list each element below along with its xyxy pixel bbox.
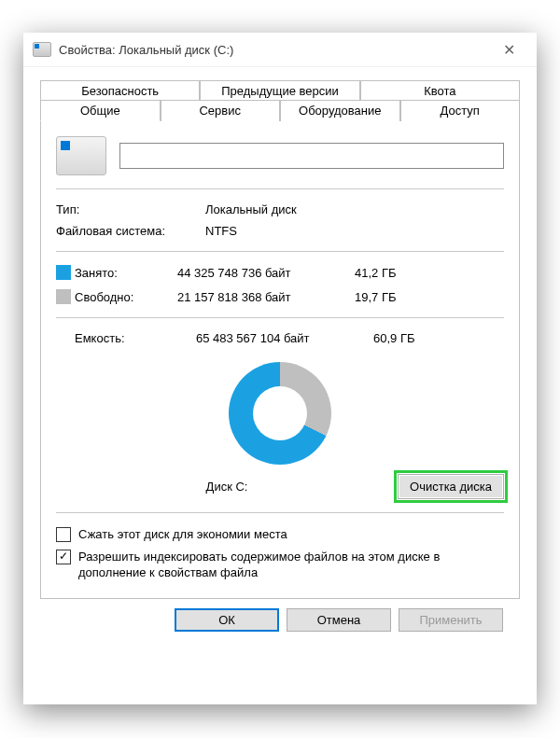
tab-security[interactable]: Безопасность <box>40 80 200 101</box>
usage-pie-chart <box>229 362 331 465</box>
tab-strip: Безопасность Предыдущие версии Квота Общ… <box>40 80 520 599</box>
fs-value: NTFS <box>205 224 504 238</box>
used-gb: 41,2 ГБ <box>355 266 429 280</box>
window-title: Свойства: Локальный диск (C:) <box>59 43 490 57</box>
tab-sharing[interactable]: Доступ <box>400 100 521 121</box>
free-gb: 19,7 ГБ <box>355 290 429 304</box>
apply-button[interactable]: Применить <box>399 608 503 632</box>
index-checkbox[interactable]: ✓ <box>56 550 71 564</box>
compress-label: Сжать этот диск для экономии места <box>78 526 287 543</box>
close-icon[interactable]: ✕ <box>490 41 527 59</box>
dialog-window: Свойства: Локальный диск (C:) ✕ Безопасн… <box>23 33 537 704</box>
ok-button[interactable]: ОК <box>175 608 279 632</box>
used-label: Занято: <box>75 266 177 280</box>
tab-quota[interactable]: Квота <box>360 80 520 101</box>
compress-checkbox[interactable] <box>56 527 71 542</box>
disk-cleanup-button[interactable]: Очистка диска <box>398 474 504 499</box>
disk-label: Диск C: <box>56 480 398 494</box>
free-label: Свободно: <box>75 290 177 304</box>
capacity-bytes: 65 483 567 104 байт <box>196 331 373 345</box>
tab-general[interactable]: Общие <box>40 100 161 121</box>
used-swatch <box>56 265 71 280</box>
tab-tools[interactable]: Сервис <box>161 100 281 121</box>
drive-large-icon <box>56 136 106 175</box>
tab-panel-general: Тип: Локальный диск Файловая система: NT… <box>40 120 520 599</box>
free-swatch <box>56 289 71 304</box>
volume-name-input[interactable] <box>119 143 504 169</box>
capacity-label: Емкость: <box>75 331 196 345</box>
index-label: Разрешить индексировать содержимое файло… <box>78 549 504 581</box>
type-value: Локальный диск <box>205 202 504 216</box>
titlebar: Свойства: Локальный диск (C:) ✕ <box>23 33 537 67</box>
type-label: Тип: <box>56 202 205 216</box>
tab-hardware[interactable]: Оборудование <box>280 100 400 121</box>
cancel-button[interactable]: Отмена <box>287 608 391 632</box>
free-bytes: 21 157 818 368 байт <box>177 290 355 304</box>
used-bytes: 44 325 748 736 байт <box>177 266 355 280</box>
fs-label: Файловая система: <box>56 224 205 238</box>
drive-icon <box>33 42 51 57</box>
tab-previous-versions[interactable]: Предыдущие версии <box>200 80 359 101</box>
capacity-gb: 60,9 ГБ <box>373 331 448 345</box>
